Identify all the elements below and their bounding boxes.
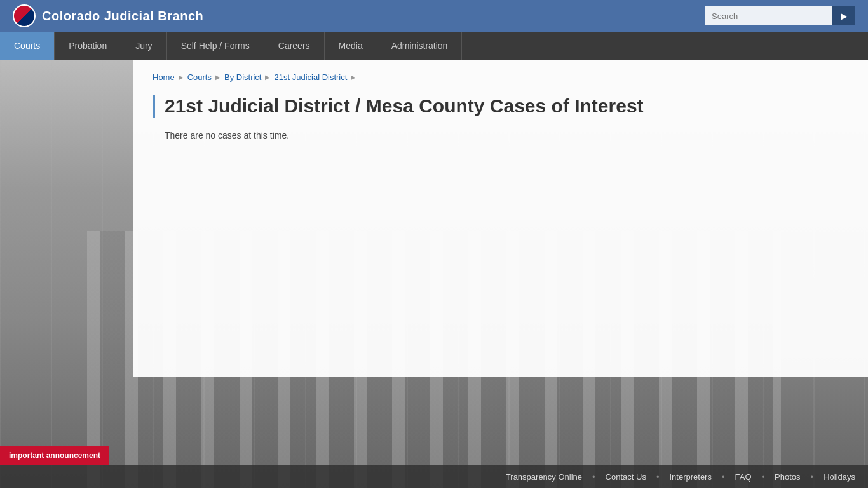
search-button[interactable]: ▶ <box>832 6 855 25</box>
site-title: Colorado Judicial Branch <box>42 9 203 24</box>
nav-item-self-help[interactable]: Self Help / Forms <box>167 32 264 60</box>
nav-item-jury[interactable]: Jury <box>121 32 166 60</box>
content-card: Home ▶ Courts ▶ By District ▶ 21st Judic… <box>133 60 868 377</box>
page-title: 21st Judicial District / Mesa County Cas… <box>153 95 849 118</box>
footer-interpreters[interactable]: Interpreters <box>669 472 711 482</box>
breadcrumb: Home ▶ Courts ▶ By District ▶ 21st Judic… <box>153 72 849 82</box>
nav-item-media[interactable]: Media <box>325 32 377 60</box>
main-nav: Courts Probation Jury Self Help / Forms … <box>0 32 868 60</box>
search-area: ▶ <box>705 6 855 25</box>
search-input[interactable] <box>705 6 832 25</box>
breadcrumb-sep-3: ▶ <box>265 74 270 81</box>
page-body: There are no cases at this time. <box>153 130 849 140</box>
footer-bar: Transparency Online • Contact Us • Inter… <box>0 465 868 488</box>
logo-area: Colorado Judicial Branch <box>13 4 203 27</box>
footer-contact[interactable]: Contact Us <box>606 472 646 482</box>
breadcrumb-sep-2: ▶ <box>215 74 220 81</box>
footer-holidays[interactable]: Holidays <box>824 472 855 482</box>
breadcrumb-home[interactable]: Home <box>153 72 175 82</box>
breadcrumb-sep-4: ▶ <box>351 74 356 81</box>
breadcrumb-courts[interactable]: Courts <box>187 72 212 82</box>
breadcrumb-21st-district[interactable]: 21st Judicial District <box>274 72 347 82</box>
main-layout: District Information 21st Judicial Distr… <box>0 60 868 488</box>
state-seal-icon <box>13 4 36 27</box>
footer-faq[interactable]: FAQ <box>735 472 752 482</box>
breadcrumb-by-district[interactable]: By District <box>224 72 262 82</box>
nav-item-administration[interactable]: Administration <box>377 32 463 60</box>
footer-photos[interactable]: Photos <box>775 472 800 482</box>
announcement-button[interactable]: important announcement <box>0 446 109 465</box>
nav-item-probation[interactable]: Probation <box>55 32 121 60</box>
nav-item-courts[interactable]: Courts <box>0 32 55 60</box>
nav-item-careers[interactable]: Careers <box>264 32 325 60</box>
breadcrumb-sep-1: ▶ <box>179 74 184 81</box>
footer-transparency[interactable]: Transparency Online <box>506 472 582 482</box>
site-header: Colorado Judicial Branch ▶ <box>0 0 868 32</box>
